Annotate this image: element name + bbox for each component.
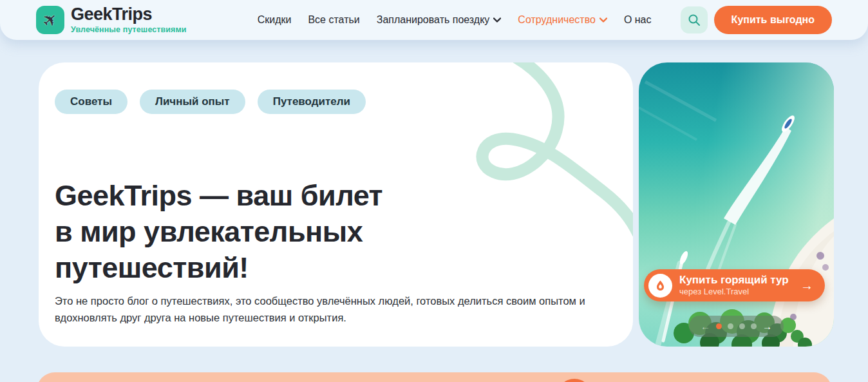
arrow-right-icon: → bbox=[800, 278, 813, 293]
decorative-circle bbox=[557, 379, 592, 382]
plane-icon: ✈ bbox=[36, 6, 64, 34]
nav-item-all-articles[interactable]: Все статьи bbox=[308, 14, 359, 26]
promo-carousel-card: Купить горящий тур через Level.Travel → … bbox=[639, 62, 834, 347]
carousel-dot[interactable] bbox=[728, 323, 733, 329]
magnifier-icon bbox=[688, 14, 701, 26]
flame-icon bbox=[648, 274, 672, 298]
hero-title-line: GeekTrips — ваш билет bbox=[55, 178, 633, 214]
buy-profitable-button[interactable]: Купить выгодно bbox=[714, 6, 832, 34]
hot-tour-subtitle: через Level.Travel bbox=[679, 287, 789, 297]
hero-description: Это не просто блог о путешествиях, это с… bbox=[55, 292, 599, 326]
carousel-dot[interactable] bbox=[739, 323, 745, 329]
hot-tour-text: Купить горящий тур через Level.Travel bbox=[679, 274, 789, 297]
site-header: ✈ GeekTrips Увлечённые путешествиями Ски… bbox=[0, 0, 868, 40]
logo-text: GeekTrips Увлечённые путешествиями bbox=[71, 6, 187, 34]
nav-item-about[interactable]: О нас bbox=[624, 14, 652, 26]
logo-title: GeekTrips bbox=[71, 6, 187, 23]
chevron-down-icon bbox=[493, 17, 501, 23]
nav-item-label: О нас bbox=[624, 14, 652, 26]
main-nav: Скидки Все статьи Запланировать поездку … bbox=[258, 14, 652, 26]
nav-item-label: Запланировать поездку bbox=[377, 14, 490, 26]
nav-item-partnership[interactable]: Сотрудничество bbox=[518, 14, 607, 26]
tag-personal-experience[interactable]: Личный опыт bbox=[140, 90, 245, 114]
nav-item-label: Все статьи bbox=[308, 14, 359, 26]
hero-card: Советы Личный опыт Путеводители GeekTrip… bbox=[39, 62, 633, 347]
logo[interactable]: ✈ GeekTrips Увлечённые путешествиями bbox=[36, 6, 187, 34]
tag-guides[interactable]: Путеводители bbox=[258, 90, 366, 114]
header-actions: Купить выгодно bbox=[681, 6, 832, 34]
search-button[interactable] bbox=[681, 6, 708, 33]
hot-tour-title: Купить горящий тур bbox=[679, 274, 789, 287]
nav-item-plan-trip[interactable]: Запланировать поездку bbox=[377, 14, 502, 26]
nav-item-discounts[interactable]: Скидки bbox=[258, 14, 292, 26]
hero-title-line: путешествий! bbox=[55, 250, 633, 286]
hot-tour-button[interactable]: Купить горящий тур через Level.Travel → bbox=[644, 269, 825, 301]
carousel-next-button[interactable]: → bbox=[762, 321, 772, 331]
carousel-dot[interactable] bbox=[716, 323, 722, 329]
main-content: Советы Личный опыт Путеводители GeekTrip… bbox=[39, 62, 868, 347]
logo-tagline: Увлечённые путешествиями bbox=[71, 25, 187, 34]
nav-item-label: Сотрудничество bbox=[518, 14, 596, 26]
carousel-prev-button[interactable]: ← bbox=[701, 321, 710, 331]
nav-item-label: Скидки bbox=[258, 14, 292, 26]
next-section-preview bbox=[37, 372, 832, 382]
chevron-down-icon bbox=[599, 17, 607, 23]
tag-advice[interactable]: Советы bbox=[55, 90, 127, 114]
tropical-photo bbox=[639, 62, 834, 347]
hero-title: GeekTrips — ваш билет в мир увлекательны… bbox=[55, 178, 633, 286]
carousel-controls: ← → bbox=[689, 316, 784, 337]
hero-tags: Советы Личный опыт Путеводители bbox=[55, 90, 633, 114]
hero-title-line: в мир увлекательных bbox=[55, 214, 633, 250]
carousel-dot[interactable] bbox=[751, 323, 757, 329]
